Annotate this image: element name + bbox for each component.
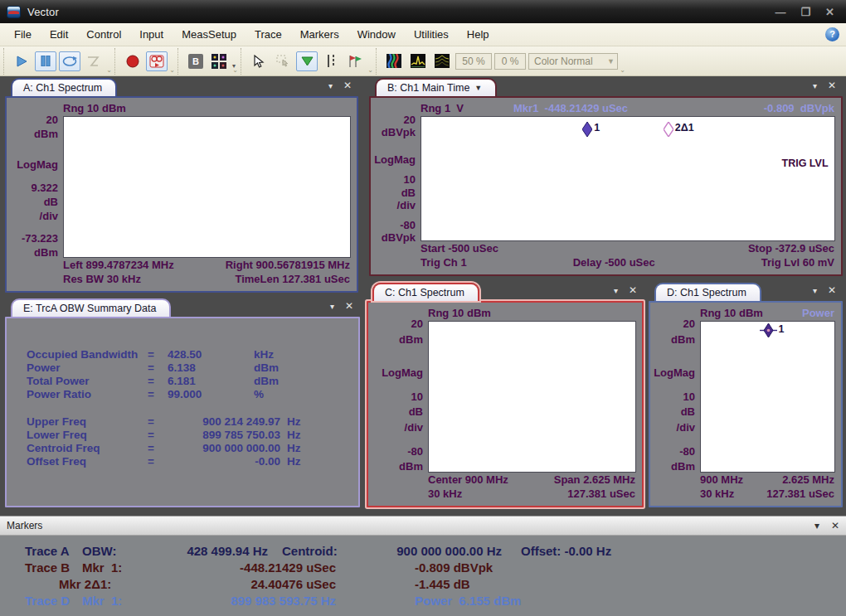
- window-menu-icon[interactable]: ▾: [614, 284, 618, 296]
- window-c-spectrum: C: Ch1 Spectrum ▾ ✕ Rng 10 dBm 20dBm Log…: [367, 283, 644, 507]
- offset-marker-button[interactable]: [320, 51, 342, 71]
- tab-d-ch1-spectrum[interactable]: D: Ch1 Spectrum: [654, 283, 761, 301]
- y-axis-labels: 20dBVpk LogMag 10dB/div -80dBVpk: [371, 116, 421, 241]
- window-title: Vector: [27, 6, 59, 18]
- window-e-obw-summary: E: TrcA OBW Summary Data ▾ ✕ Occupied Ba…: [5, 298, 360, 507]
- window-layout-button[interactable]: ▾: [209, 51, 231, 71]
- flag-marker-button[interactable]: [344, 51, 366, 71]
- marker-1-diamond[interactable]: 1: [760, 323, 785, 337]
- y-axis-labels: 20dBm LogMag 10dB/div -80dBm: [368, 321, 428, 473]
- panel-menu-icon[interactable]: ▾: [814, 520, 819, 531]
- menu-input[interactable]: Input: [130, 24, 173, 45]
- overlap-percent-field[interactable]: 0 %: [494, 53, 526, 70]
- menu-meassetup[interactable]: MeasSetup: [173, 24, 246, 45]
- record-button[interactable]: [122, 51, 143, 71]
- range-label: Rng 10 dBm: [428, 307, 491, 319]
- close-icon[interactable]: ✕: [825, 7, 834, 17]
- y-axis-labels: 20dBm LogMag 10dB/div -80dBm: [650, 321, 700, 473]
- waterfall-button[interactable]: [431, 51, 453, 71]
- obw-band-label: OBW: [187, 121, 221, 136]
- svg-text:B: B: [192, 56, 199, 66]
- menu-trace[interactable]: Trace: [246, 24, 291, 45]
- title-bar: Vector — ❐ ✕: [0, 0, 846, 23]
- close-icon[interactable]: ✕: [831, 520, 839, 531]
- marker-1-diamond[interactable]: 1: [582, 122, 600, 137]
- close-icon[interactable]: ✕: [629, 284, 637, 296]
- window-menu-icon[interactable]: ▾: [328, 80, 333, 91]
- marker-row-trace-b-mkr1: Trace BMkr 1:-448.21429 uSec-0.809 dBVpk: [0, 560, 846, 576]
- average-percent-field[interactable]: 50 %: [455, 53, 492, 70]
- markers-table: Trace AOBW:428 499.94 HzCentroid:900 000…: [0, 536, 846, 616]
- marker-2-delta-diamond[interactable]: 2Δ1: [664, 122, 694, 137]
- play-button[interactable]: [11, 51, 32, 71]
- tab-c-ch1-spectrum[interactable]: C: Ch1 Spectrum: [372, 283, 479, 301]
- select-cursor-button[interactable]: [248, 51, 270, 71]
- window-menu-icon[interactable]: ▾: [330, 300, 334, 312]
- tab-a-ch1-spectrum[interactable]: A: Ch1 Spectrum: [11, 78, 117, 96]
- continuous-loop-button[interactable]: [59, 51, 80, 71]
- minimize-icon[interactable]: —: [775, 7, 785, 17]
- menu-window[interactable]: Window: [348, 24, 405, 45]
- markers-panel: Markers ▾ ✕ Trace AOBW:428 499.94 HzCent…: [0, 516, 846, 616]
- range-label: Rng 10 dBm: [63, 102, 126, 114]
- marker-peak-button[interactable]: [296, 51, 318, 71]
- markers-panel-titlebar[interactable]: Markers ▾ ✕: [0, 516, 846, 536]
- close-icon[interactable]: ✕: [343, 80, 352, 91]
- marker-readout: Mkr1 -448.21429 uSec: [513, 102, 628, 114]
- trigger-level-label: TRIG LVL: [782, 158, 829, 169]
- toolbar-group-markers: ⌄: [241, 48, 374, 75]
- marker-row-trace-b-mkr2: Mkr 2Δ1:24.40476 uSec-1.445 dB: [0, 576, 846, 593]
- spectrogram-button[interactable]: [407, 51, 429, 71]
- toolbar-group-record: ⌄: [114, 48, 176, 75]
- single-trigger-button[interactable]: [83, 51, 105, 71]
- menu-bar: File Edit Control Input MeasSetup Trace …: [0, 23, 846, 46]
- tab-b-ch1-main-time[interactable]: B: Ch1 Main Time▼: [375, 78, 497, 96]
- menu-control[interactable]: Control: [77, 24, 130, 45]
- bold-trace-button[interactable]: B: [185, 51, 207, 71]
- window-menu-icon[interactable]: ▾: [813, 80, 817, 91]
- menu-utilities[interactable]: Utilities: [405, 24, 458, 45]
- time-plot-b[interactable]: TRIG LVL 1 2Δ1: [421, 116, 835, 241]
- spectrum-plot-c[interactable]: [428, 321, 636, 473]
- tab-e-obw-summary[interactable]: E: TrcA OBW Summary Data: [11, 298, 171, 317]
- toolbar: ⌄ ⌄ B ▾ ⌄ ⌄ 50 % 0 % Color Normal▼ ⌄: [0, 46, 846, 76]
- obw-summary-table: Occupied Bandwidth=428.50kHz Power=6.138…: [5, 317, 360, 507]
- range-label: Rng 10 dBm: [700, 307, 763, 319]
- pause-button[interactable]: [35, 51, 56, 71]
- toolbar-group-layout: B ▾ ⌄: [177, 48, 239, 75]
- toolbar-group-control: ⌄: [3, 48, 113, 75]
- y-axis-labels: 20dBm LogMag 9.322dB/div -73.223dBm: [7, 116, 63, 258]
- toolbar-group-display: 50 % 0 % Color Normal▼ ⌄: [376, 48, 626, 75]
- menu-file[interactable]: File: [5, 24, 41, 45]
- app-icon: [7, 6, 21, 18]
- spectrum-plot-d[interactable]: 1: [700, 321, 835, 473]
- zoom-select-button[interactable]: [272, 51, 294, 71]
- color-mode-select[interactable]: Color Normal▼: [528, 53, 618, 70]
- range-label: Rng 1 V: [421, 102, 464, 114]
- spectrum-plot-a[interactable]: OBW: [63, 116, 351, 258]
- player-button[interactable]: [146, 51, 168, 71]
- marker-row-trace-d-mkr1: Trace DMkr 1:899 983 593.75 HzPower 6.15…: [0, 593, 846, 609]
- workspace: A: Ch1 Spectrum ▾ ✕ Rng 10 dBm 20dBm Log…: [0, 76, 846, 616]
- markers-panel-title: Markers: [7, 520, 42, 531]
- maximize-icon[interactable]: ❐: [800, 7, 810, 17]
- menu-edit[interactable]: Edit: [41, 24, 77, 45]
- close-icon[interactable]: ✕: [345, 300, 353, 312]
- menu-help[interactable]: Help: [458, 24, 498, 45]
- close-icon[interactable]: ✕: [828, 80, 836, 91]
- power-readout-label: Power: [802, 307, 834, 319]
- menu-markers[interactable]: Markers: [291, 24, 348, 45]
- marker-row-trace-a: Trace AOBW:428 499.94 HzCentroid:900 000…: [0, 543, 846, 560]
- close-icon[interactable]: ✕: [828, 284, 836, 296]
- tab-dropdown-icon[interactable]: ▼: [474, 84, 482, 92]
- window-a-spectrum: A: Ch1 Spectrum ▾ ✕ Rng 10 dBm 20dBm Log…: [5, 78, 358, 293]
- colormap-button[interactable]: [383, 51, 405, 71]
- marker-readout-value: -0.809 dBVpk: [764, 102, 834, 114]
- help-icon[interactable]: ?: [825, 27, 839, 41]
- window-d-spectrum: D: Ch1 Spectrum ▾ ✕ Rng 10 dBmPower 20dB…: [649, 283, 843, 507]
- chevron-down-icon: ▼: [607, 57, 615, 65]
- window-b-main-time: B: Ch1 Main Time▼ ▾ ✕ Rng 1 V Mkr1 -448.…: [369, 78, 843, 276]
- window-menu-icon[interactable]: ▾: [813, 284, 817, 296]
